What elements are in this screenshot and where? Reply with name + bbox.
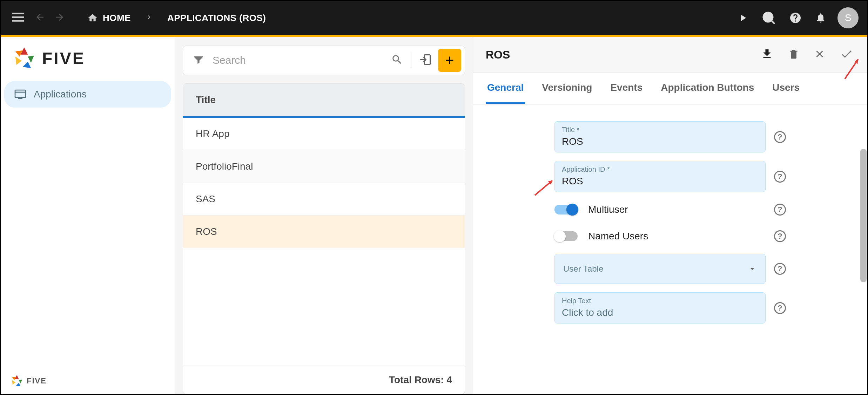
- helptext-field-label: Help Text: [562, 297, 758, 305]
- list-header-title[interactable]: Title: [183, 84, 465, 118]
- brand-logo: FIVE: [11, 45, 164, 71]
- help-button[interactable]: [787, 9, 804, 26]
- nav-back-button[interactable]: [31, 8, 49, 27]
- search-bar: [183, 46, 465, 75]
- breadcrumb-chevron-icon: [137, 14, 161, 22]
- logo-area: FIVE: [1, 37, 175, 80]
- hamburger-menu-button[interactable]: [9, 9, 29, 26]
- import-button[interactable]: [415, 49, 436, 71]
- svg-marker-18: [12, 380, 15, 385]
- tab-versioning[interactable]: Versioning: [540, 73, 593, 104]
- svg-line-5: [772, 21, 774, 23]
- field-row-namedusers: Named Users ?: [554, 227, 786, 245]
- right-panel: ROS General Versioning Events Appli: [473, 37, 867, 394]
- svg-marker-9: [15, 57, 22, 65]
- brand-name: FIVE: [42, 49, 85, 68]
- middle-panel: Title HR App PortfolioFinal SAS ROS Tota…: [175, 37, 473, 394]
- list-footer-total: Total Rows: 4: [183, 366, 465, 394]
- download-button[interactable]: [759, 46, 775, 63]
- help-icon[interactable]: ?: [774, 263, 786, 275]
- detail-title: ROS: [486, 48, 510, 61]
- sidebar-item-label: Applications: [34, 89, 87, 100]
- user-avatar[interactable]: S: [837, 7, 859, 28]
- namedusers-toggle[interactable]: [554, 231, 578, 241]
- list-box: Title HR App PortfolioFinal SAS ROS Tota…: [183, 83, 465, 394]
- list-row[interactable]: SAS: [183, 183, 465, 216]
- svg-rect-2: [12, 20, 24, 22]
- brand-logo-small: FIVE: [10, 374, 166, 388]
- left-sidebar: FIVE Applications FIVE: [1, 37, 175, 394]
- svg-marker-7: [28, 56, 34, 63]
- tab-general[interactable]: General: [486, 73, 525, 104]
- brand-name-small: FIVE: [27, 376, 47, 386]
- applications-icon: [14, 88, 27, 101]
- sidebar-footer: FIVE: [1, 368, 175, 394]
- tab-users[interactable]: Users: [771, 73, 801, 104]
- search-button[interactable]: [387, 49, 407, 71]
- helptext-field[interactable]: Help Text Click to add: [554, 292, 766, 324]
- list-row-selected[interactable]: ROS: [183, 216, 465, 248]
- title-field-label: Title *: [562, 126, 758, 134]
- sidebar-item-applications[interactable]: Applications: [4, 81, 171, 108]
- topbar-left: HOME APPLICATIONS (ROS): [9, 8, 270, 27]
- detail-header: ROS: [473, 37, 867, 73]
- brand-logo-icon: [11, 45, 37, 71]
- list-row[interactable]: HR App: [183, 118, 465, 150]
- multiuser-label: Multiuser: [588, 204, 766, 215]
- main-area: FIVE Applications FIVE: [1, 37, 867, 394]
- appid-field-label: Application ID *: [562, 165, 758, 173]
- breadcrumb-home[interactable]: HOME: [83, 13, 135, 23]
- usertable-field-label: User Table: [563, 264, 603, 274]
- form-body: Title * ROS ? Application ID * ROS ?: [473, 104, 867, 324]
- help-icon[interactable]: ?: [774, 131, 786, 143]
- field-row-usertable: User Table ?: [554, 254, 786, 284]
- add-button[interactable]: [438, 49, 461, 72]
- svg-marker-17: [16, 383, 21, 387]
- detail-actions: [759, 46, 855, 63]
- field-row-title: Title * ROS ?: [554, 121, 786, 152]
- appid-field[interactable]: Application ID * ROS: [554, 161, 766, 192]
- chevron-down-icon: [748, 264, 757, 273]
- field-row-helptext: Help Text Click to add ?: [554, 292, 786, 324]
- notifications-button[interactable]: [813, 10, 828, 26]
- help-icon[interactable]: ?: [774, 171, 786, 183]
- appid-field-value: ROS: [562, 176, 758, 187]
- svg-marker-16: [19, 380, 22, 383]
- detail-tabs: General Versioning Events Application Bu…: [473, 73, 867, 104]
- svg-marker-8: [23, 62, 31, 68]
- brand-logo-small-icon: [10, 374, 24, 388]
- filter-button[interactable]: [190, 51, 207, 69]
- usertable-field[interactable]: User Table: [554, 254, 766, 284]
- tab-application-buttons[interactable]: Application Buttons: [659, 73, 755, 104]
- divider: [411, 53, 411, 68]
- breadcrumb-applications[interactable]: APPLICATIONS (ROS): [163, 13, 270, 23]
- help-icon[interactable]: ?: [774, 230, 786, 242]
- svg-rect-11: [15, 90, 26, 97]
- field-row-appid: Application ID * ROS ?: [554, 161, 786, 192]
- help-icon[interactable]: ?: [774, 302, 786, 314]
- topbar-right: S: [735, 7, 859, 28]
- inspect-button[interactable]: [760, 9, 778, 27]
- namedusers-label: Named Users: [588, 231, 766, 242]
- run-button[interactable]: [735, 10, 751, 26]
- tab-events[interactable]: Events: [609, 73, 644, 104]
- nav-forward-button: [51, 8, 68, 27]
- breadcrumb-home-label: HOME: [103, 13, 131, 23]
- breadcrumb-applications-label: APPLICATIONS (ROS): [167, 13, 266, 23]
- delete-button[interactable]: [787, 47, 801, 62]
- search-input[interactable]: [207, 54, 387, 66]
- top-bar: HOME APPLICATIONS (ROS) S: [1, 1, 867, 35]
- title-field-value: ROS: [562, 136, 758, 147]
- save-button[interactable]: [839, 46, 855, 63]
- avatar-initial: S: [845, 12, 852, 23]
- scrollbar[interactable]: [860, 149, 867, 282]
- multiuser-toggle[interactable]: [554, 205, 578, 214]
- title-field[interactable]: Title * ROS: [554, 121, 766, 152]
- form-column: Title * ROS ? Application ID * ROS ?: [554, 121, 786, 324]
- close-button[interactable]: [813, 47, 827, 62]
- plus-icon: [443, 54, 456, 67]
- help-icon[interactable]: ?: [774, 204, 786, 216]
- svg-rect-1: [12, 16, 24, 18]
- list-row[interactable]: PortfolioFinal: [183, 150, 465, 183]
- helptext-field-value: Click to add: [562, 307, 758, 318]
